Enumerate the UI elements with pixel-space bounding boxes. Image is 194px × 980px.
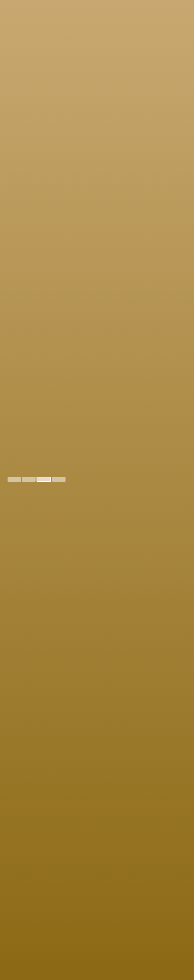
- flex-thumb-1: [8, 477, 21, 482]
- flex-thumb-3: [37, 477, 51, 482]
- feature-flexible: Flexible It works with any size of image…: [0, 450, 194, 490]
- flex-thumb-4: [52, 477, 65, 482]
- feature-image-flexible: [5, 456, 68, 484]
- flexible-mockup: [5, 456, 68, 484]
- flex-thumb-2: [22, 477, 36, 482]
- flex-bg: [0, 0, 194, 645]
